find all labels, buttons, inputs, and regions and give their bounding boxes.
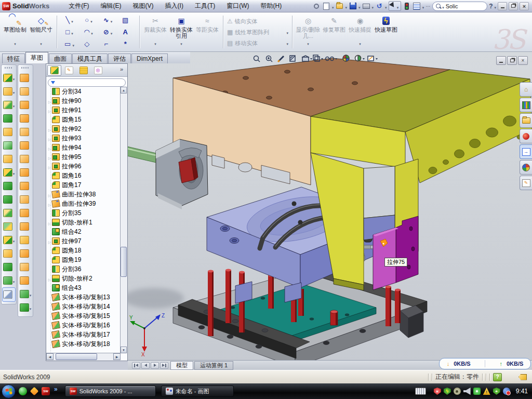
search-input[interactable]: Solic [446,3,458,9]
open-file-button[interactable] [336,2,344,10]
feature-tree-item[interactable]: 切除-放样2 [46,274,121,283]
zoom-fit-icon[interactable] [254,56,260,62]
feature-tree-item[interactable]: 组合42 [46,227,121,236]
sketch-tool-button[interactable]: ⌐ [98,38,117,50]
taskbar-task-button[interactable]: 未命名 - 画图 [161,385,234,397]
ribbon-button[interactable]: ✎ 修复草图 [321,14,347,50]
feature-tree-item[interactable]: 实体-移动/复制13 [46,292,121,302]
task-pane-tab[interactable] [520,113,532,128]
command-tab[interactable]: 草图 [25,52,48,63]
feature-tree-item[interactable]: 分割36 [46,264,121,274]
toolbar-button[interactable] [2,193,16,206]
tray-icon[interactable] [454,388,461,395]
ribbon-button[interactable]: ◎ 显示/删除几... [295,14,321,50]
tray-icon[interactable] [434,388,441,395]
quicklaunch-chevron[interactable]: » [54,385,58,393]
task-pane-tab[interactable] [520,98,532,112]
scene-ball-icon[interactable] [355,56,361,61]
doc-tab[interactable]: 运动算例 1 [194,361,233,370]
dropdown-arrow-icon[interactable] [30,289,32,299]
tree-horizontal-scrollbar[interactable]: ◀ ▶ [46,353,121,361]
doc-close-button[interactable]: × [518,56,528,65]
toolbar-button[interactable] [18,260,33,274]
next-tab-button[interactable] [151,362,159,369]
toolbar-button[interactable] [18,125,33,139]
dropdown-arrow-icon[interactable] [71,28,73,37]
quicklaunch-app-icon[interactable] [30,387,39,396]
scroll-left-icon[interactable]: ◀ [46,353,54,360]
expand-arrow-icon[interactable] [47,218,52,227]
dropdown-arrow-icon[interactable] [13,276,15,285]
tray-icon[interactable] [444,388,451,395]
undo-button[interactable]: ↺ [375,2,383,10]
feature-tree-item[interactable]: 分割35 [46,208,121,218]
taskbar-task-button[interactable]: SW SolidWorks 2009 - ... [65,385,156,397]
sketch-tool-button[interactable]: ╲ [60,14,79,26]
toolbar-grip[interactable] [5,67,13,69]
options-button[interactable] [413,2,421,10]
feature-tree-item[interactable]: 实体-移动/复制16 [46,321,121,330]
dropdown-arrow-icon[interactable] [13,235,15,245]
print-button[interactable] [362,2,370,10]
dropdown-arrow-icon[interactable] [345,2,348,11]
feature-tree-item[interactable]: 实体-移动/复制18 [46,339,121,349]
hide-show-items-icon[interactable] [326,57,334,61]
feature-tree-item[interactable]: 圆角15 [46,115,121,124]
toolbar-button[interactable] [18,233,33,247]
sketch-tool-button[interactable]: A [117,26,137,38]
toolbar-button[interactable] [2,233,16,247]
manager-tab[interactable] [91,65,105,76]
status-help-icon[interactable]: ? [493,373,502,381]
dropdown-arrow-icon[interactable] [422,2,424,11]
dropdown-arrow-icon[interactable] [13,87,15,96]
search-box[interactable]: Solic [432,2,487,11]
expand-arrow-icon[interactable] [47,105,52,115]
expand-arrow-icon[interactable] [47,124,52,134]
ribbon-button[interactable]: ▤ 移动实体 [226,37,289,48]
toolbar-button[interactable] [18,112,33,125]
clock[interactable]: 9:41 [516,388,528,395]
start-button[interactable] [2,384,16,398]
sketch-tool-button[interactable]: ⊘ [98,26,117,38]
restore-button[interactable] [509,2,518,10]
task-pane-tab[interactable] [520,144,532,159]
orientation-triad[interactable]: Z Y X [129,313,165,357]
doc-tab[interactable]: 模型 [170,361,193,370]
dropdown-arrow-icon[interactable] [358,2,361,11]
scrollbar-thumb[interactable] [121,247,127,277]
feature-tree-item[interactable]: 拉伸90 [46,96,121,105]
dropdown-arrow-icon[interactable] [442,2,444,11]
feature-tree-item[interactable]: 拉伸95 [46,152,121,162]
toolbar-button[interactable] [2,206,16,220]
command-tab[interactable]: 特征 [2,54,25,63]
toolbar-button[interactable] [2,247,16,260]
task-pane-tab[interactable] [520,160,532,175]
dropdown-arrow-icon[interactable] [385,2,387,11]
sketch-tool-button[interactable]: ▭ [60,38,79,50]
last-tab-button[interactable] [160,362,168,369]
menu-item[interactable]: 帮助(H) [255,0,288,12]
toolbar-button[interactable] [2,125,16,139]
dropdown-arrow-icon[interactable] [310,58,312,60]
feature-tree-item[interactable]: 分割34 [46,87,121,96]
toolbar-button[interactable] [2,220,16,233]
manager-tab[interactable] [76,65,90,76]
feature-tree-item[interactable]: 拉伸93 [46,134,121,143]
dropdown-arrow-icon[interactable] [332,2,334,11]
feature-tree-item[interactable]: 实体-移动/复制15 [46,311,121,321]
dropdown-arrow-icon[interactable] [335,58,337,60]
toolbar-button[interactable] [18,152,33,166]
dropdown-arrow-icon[interactable] [90,16,92,25]
feature-tree-item[interactable]: 圆角16 [46,171,121,180]
dropdown-arrow-icon[interactable] [494,2,496,11]
task-pane-tab[interactable] [520,82,532,97]
save-button[interactable] [349,2,357,10]
toolbar-button[interactable] [2,112,16,125]
dropdown-arrow-icon[interactable] [363,58,365,60]
menu-item[interactable]: 窗口(W) [221,0,255,12]
scroll-right-icon[interactable]: ▶ [113,353,121,360]
dropdown-arrow-icon[interactable] [111,28,113,37]
feature-tree-item[interactable]: 切除-放样1 [46,218,121,227]
menu-item[interactable]: 文件(F) [63,0,95,12]
dropdown-arrow-icon[interactable] [111,16,113,25]
